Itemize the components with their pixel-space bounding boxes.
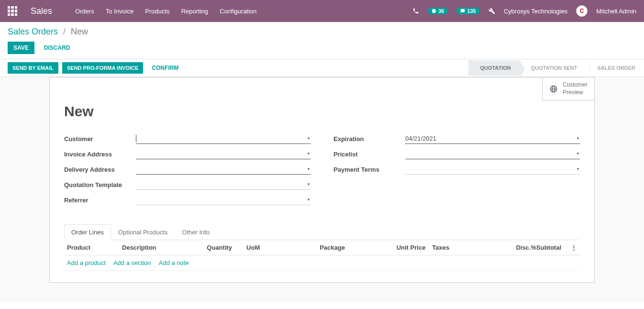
referrer-field[interactable]: ▼ <box>136 195 311 205</box>
status-steps: QUOTATION QUOTATION SENT SALES ORDER <box>468 60 644 76</box>
apps-icon[interactable] <box>8 6 17 16</box>
breadcrumb-sep: / <box>63 27 66 36</box>
confirm-button[interactable]: CONFIRM <box>147 62 183 74</box>
activity-count: 36 <box>438 8 444 14</box>
col-subtotal: Subtotal <box>536 244 571 251</box>
tabs: Order Lines Optional Products Other Info <box>64 224 580 240</box>
breadcrumb: Sales Orders / New <box>8 27 636 37</box>
form-col-left: Customer ▼ Invoice Address ▼ Delivery Ad… <box>64 133 311 210</box>
invoice-address-field[interactable]: ▼ <box>136 149 311 159</box>
table-header: Product Description Quantity UoM Package… <box>64 240 580 255</box>
form-bg: CustomerPreview New Customer ▼ Invoice A… <box>0 77 644 302</box>
activity-badge[interactable]: 36 <box>428 8 448 14</box>
wrench-icon[interactable] <box>489 8 495 14</box>
chevron-down-icon: ▼ <box>307 152 311 156</box>
label-pricelist: Pricelist <box>333 151 405 158</box>
col-disc: Disc.% <box>468 244 536 251</box>
form-sheet: CustomerPreview New Customer ▼ Invoice A… <box>49 77 595 283</box>
messages-badge[interactable]: 135 <box>456 8 479 14</box>
discard-button[interactable]: DISCARD <box>38 42 76 54</box>
top-right: 36 135 Cybrosys Technologies C Mitchell … <box>412 5 636 17</box>
pricelist-field[interactable]: ▼ <box>405 149 580 159</box>
label-quotation-template: Quotation Template <box>64 181 136 188</box>
tab-optional-products[interactable]: Optional Products <box>111 224 175 240</box>
col-unit-price: Unit Price <box>362 244 426 251</box>
menu-reporting[interactable]: Reporting <box>181 8 208 15</box>
phone-icon[interactable] <box>412 8 419 14</box>
label-customer: Customer <box>64 135 136 143</box>
page-title: New <box>64 103 580 120</box>
add-product-link[interactable]: Add a product <box>67 259 106 266</box>
form-col-right: Expiration 04/21/2021▼ Pricelist ▼ Payme… <box>333 133 580 210</box>
main-menu: Orders To Invoice Products Reporting Con… <box>75 8 256 15</box>
control-panel: Sales Orders / New SAVE DISCARD <box>0 22 644 54</box>
label-payment-terms: Payment Terms <box>333 166 405 173</box>
sheet-inner: New Customer ▼ Invoice Address ▼ Deliver… <box>50 77 594 282</box>
add-note-link[interactable]: Add a note <box>159 259 189 266</box>
col-more-icon[interactable]: ⋮ <box>571 244 577 251</box>
chevron-down-icon: ▼ <box>307 182 311 187</box>
menu-products[interactable]: Products <box>145 8 169 15</box>
breadcrumb-current: New <box>71 27 88 36</box>
notebook: Order Lines Optional Products Other Info… <box>64 224 580 271</box>
customer-preview-label: CustomerPreview <box>563 81 588 96</box>
send-email-button[interactable]: SEND BY EMAIL <box>8 62 58 74</box>
app-brand[interactable]: Sales <box>31 6 52 16</box>
form-grid: Customer ▼ Invoice Address ▼ Delivery Ad… <box>64 133 580 210</box>
save-button[interactable]: SAVE <box>8 42 34 54</box>
col-uom: UoM <box>232 244 272 251</box>
chevron-down-icon: ▼ <box>307 136 311 141</box>
chevron-down-icon: ▼ <box>307 167 311 171</box>
col-product: Product <box>67 244 122 251</box>
customer-field[interactable]: ▼ <box>136 133 311 144</box>
step-quotation[interactable]: QUOTATION <box>468 60 519 76</box>
user-name[interactable]: Mitchell Admin <box>596 8 636 15</box>
chevron-down-icon: ▼ <box>576 136 580 141</box>
messages-count: 135 <box>467 8 476 14</box>
label-expiration: Expiration <box>333 135 405 143</box>
menu-orders[interactable]: Orders <box>75 8 94 15</box>
status-actions: SEND BY EMAIL SEND PRO-FORMA INVOICE CON… <box>0 62 191 74</box>
step-sales-order[interactable]: SALES ORDER <box>586 60 644 76</box>
col-package: Package <box>272 244 362 251</box>
label-referrer: Referrer <box>64 197 136 204</box>
chat-icon <box>460 9 465 13</box>
menu-to-invoice[interactable]: To Invoice <box>106 8 134 15</box>
chevron-down-icon: ▼ <box>576 152 580 156</box>
status-bar: SEND BY EMAIL SEND PRO-FORMA INVOICE CON… <box>0 59 644 77</box>
send-proforma-button[interactable]: SEND PRO-FORMA INVOICE <box>62 62 143 74</box>
label-invoice-address: Invoice Address <box>64 151 136 158</box>
label-delivery-address: Delivery Address <box>64 166 136 173</box>
company-name[interactable]: Cybrosys Technologies <box>504 8 567 15</box>
quotation-template-field[interactable]: ▼ <box>136 179 311 190</box>
action-buttons: SAVE DISCARD <box>8 42 636 54</box>
table-body: Add a product Add a section Add a note <box>64 255 580 271</box>
chevron-down-icon: ▼ <box>576 167 580 171</box>
delivery-address-field[interactable]: ▼ <box>136 164 311 175</box>
top-nav: Sales Orders To Invoice Products Reporti… <box>0 0 644 22</box>
chevron-down-icon: ▼ <box>307 198 311 202</box>
avatar[interactable]: C <box>576 5 588 17</box>
col-taxes: Taxes <box>425 244 468 251</box>
add-section-link[interactable]: Add a section <box>113 259 151 266</box>
clock-icon <box>432 9 436 13</box>
tab-other-info[interactable]: Other Info <box>175 224 217 240</box>
add-links: Add a product Add a section Add a note <box>67 259 577 266</box>
customer-preview-button[interactable]: CustomerPreview <box>542 77 594 100</box>
tab-order-lines[interactable]: Order Lines <box>64 224 111 240</box>
expiration-field[interactable]: 04/21/2021▼ <box>405 133 580 144</box>
globe-icon <box>549 85 558 93</box>
menu-configuration[interactable]: Configuration <box>220 8 256 15</box>
col-quantity: Quantity <box>186 244 232 251</box>
payment-terms-field[interactable]: ▼ <box>405 164 580 175</box>
step-quotation-sent[interactable]: QUOTATION SENT <box>520 60 586 76</box>
col-description: Description <box>122 244 186 251</box>
breadcrumb-root[interactable]: Sales Orders <box>8 27 58 36</box>
